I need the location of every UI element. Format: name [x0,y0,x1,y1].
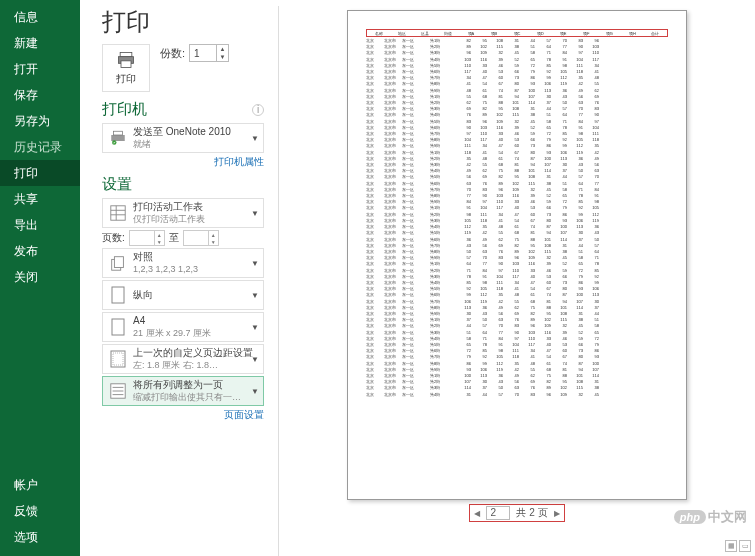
collate-select[interactable]: 对照1,2,3 1,2,3 1,2,3 ▼ [102,248,264,278]
watermark: php 中文网 [674,508,747,526]
print-area-select[interactable]: 打印活动工作表仅打印活动工作表 ▼ [102,198,264,228]
printer-icon [115,50,137,70]
sidebar-item[interactable]: 新建 [0,30,80,56]
zoom-to-page-icon[interactable]: ▭ [739,540,751,552]
sidebar-item[interactable]: 发布 [0,238,80,264]
next-page-button[interactable]: ▶ [554,509,560,518]
sheet-icon [107,202,129,224]
sidebar-item[interactable]: 反馈 [0,498,80,524]
portrait-icon [107,284,129,306]
sidebar-item[interactable]: 导出 [0,212,80,238]
print-button[interactable]: 打印 [102,44,150,92]
scaling-select[interactable]: 将所有列调整为一页缩减打印输出使其只有一… ▼ [102,376,264,406]
svg-rect-12 [112,287,124,303]
margins-select[interactable]: 上一次的自定义页边距设置左: 1.8 厘米 右: 1.8… ▼ [102,344,264,374]
copies-spinner[interactable]: 1 ▲▼ [189,44,229,62]
printer-properties-link[interactable]: 打印机属性 [102,155,264,169]
printer-device-icon [107,127,129,149]
print-preview-area: 名称地区区县街道项A项B项C项D项E项F项G项H合计 北京北京市东一区第1街82… [279,0,755,556]
collate-icon [107,252,129,274]
prev-page-button[interactable]: ◀ [474,509,480,518]
info-icon[interactable]: i [252,104,264,116]
orientation-select[interactable]: 纵向 ▼ [102,280,264,310]
svg-rect-2 [121,61,131,68]
preview-header-row: 名称地区区县街道项A项B项C项D项E项F项G项H合计 [366,29,668,37]
svg-rect-13 [112,319,124,335]
svg-rect-6 [111,206,125,220]
page-icon [107,316,129,338]
printer-select[interactable]: 发送至 OneNote 2010 就绪 ▼ [102,123,264,153]
total-pages-label: 共 2 页 [516,506,547,520]
print-settings-panel: 打印 打印 份数: 1 ▲▼ 打印机 i 发送至 OneNote [80,0,272,556]
svg-rect-11 [114,257,123,268]
pages-from-field[interactable]: ▲▼ [129,230,165,246]
pages-to-field[interactable]: ▲▼ [183,230,219,246]
preview-page: 名称地区区县街道项A项B项C项D项E项F项G项H合计 北京北京市东一区第1街82… [347,10,687,500]
copies-label: 份数: [160,46,185,61]
page-title: 打印 [102,6,264,38]
page-setup-link[interactable]: 页面设置 [102,408,264,422]
paper-size-select[interactable]: A421 厘米 x 29.7 厘米 ▼ [102,312,264,342]
printer-heading: 打印机 [102,100,147,119]
sidebar-item[interactable]: 打印 [0,160,80,186]
chevron-down-icon: ▼ [251,134,259,143]
svg-rect-0 [120,53,132,57]
sidebar-item[interactable]: 历史记录 [0,134,80,160]
sidebar-item[interactable]: 关闭 [0,264,80,290]
sidebar-item[interactable]: 信息 [0,4,80,30]
svg-rect-4 [114,131,123,135]
sidebar-item[interactable]: 打开 [0,56,80,82]
sidebar-item[interactable]: 保存 [0,82,80,108]
margins-icon [107,348,129,370]
sidebar-item[interactable]: 另存为 [0,108,80,134]
sidebar-item[interactable]: 共享 [0,186,80,212]
backstage-sidebar: 信息新建打开保存另存为历史记录打印共享导出发布关闭 帐户反馈选项 [0,0,80,556]
scale-icon [107,380,129,402]
preview-table: 北京北京市东一区第1街8295108314457708396北京北京市东一区第2… [366,38,668,398]
sidebar-item[interactable]: 选项 [0,524,80,550]
pages-label: 页数: [102,231,125,245]
svg-rect-3 [111,135,125,141]
page-navigator: ◀ 2 共 2 页 ▶ [469,504,564,522]
sidebar-item[interactable]: 帐户 [0,472,80,498]
current-page-field[interactable]: 2 [486,506,510,520]
settings-heading: 设置 [102,175,132,194]
show-margins-icon[interactable]: ▦ [725,540,737,552]
